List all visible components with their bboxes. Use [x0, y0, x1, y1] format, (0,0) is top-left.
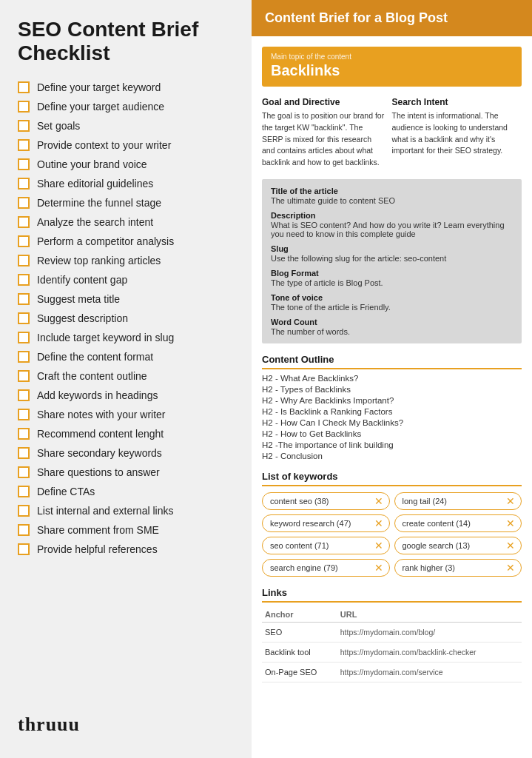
- meta-slug-label: Slug: [271, 244, 513, 253]
- checkbox[interactable]: [18, 312, 30, 324]
- checklist-item[interactable]: Share editorial guidelines: [18, 178, 234, 190]
- checklist-item[interactable]: Add keywords in headings: [18, 389, 234, 401]
- checklist-item[interactable]: Set goals: [18, 120, 234, 132]
- checklist-item[interactable]: Define your target audience: [18, 101, 234, 113]
- keyword-remove-button[interactable]: ✕: [374, 563, 383, 573]
- link-url[interactable]: https://mydomain.com/service: [337, 662, 522, 682]
- intent-col: Search Intent The intent is informationa…: [392, 97, 522, 169]
- keyword-remove-button[interactable]: ✕: [374, 496, 383, 506]
- outline-item: H2 - How to Get Backlinks: [262, 429, 522, 438]
- meta-title-row: Title of the article The ultimate guide …: [271, 187, 513, 205]
- link-url[interactable]: https://mydomain.com/backlink-checker: [337, 642, 522, 662]
- page-title: SEO Content Brief Checklist: [18, 18, 234, 65]
- link-url[interactable]: https://mydomain.com/blog/: [337, 622, 522, 642]
- checklist-item[interactable]: Craft the content outline: [18, 370, 234, 382]
- keyword-tag: search engine (79)✕: [262, 559, 390, 577]
- checklist-item[interactable]: List internal and external links: [18, 505, 234, 517]
- keyword-remove-button[interactable]: ✕: [506, 563, 515, 573]
- checkbox[interactable]: [18, 274, 30, 286]
- checklist-item[interactable]: Analyze the search intent: [18, 216, 234, 228]
- checklist-label: Set goals: [37, 120, 80, 132]
- outline-item: H2 - Conclusion: [262, 452, 522, 460]
- checklist-label: Add keywords in headings: [37, 389, 158, 401]
- checkbox[interactable]: [18, 409, 30, 420]
- checklist-item[interactable]: Define your target keyword: [18, 81, 234, 93]
- meta-format-row: Blog Format The type of article is Blog …: [271, 269, 513, 287]
- checkbox[interactable]: [18, 158, 30, 170]
- checkbox[interactable]: [18, 81, 30, 93]
- checklist-item[interactable]: Provide helpful references: [18, 543, 234, 555]
- checklist-label: Share notes with your writer: [37, 409, 166, 420]
- checkbox[interactable]: [18, 370, 30, 382]
- checklist-item[interactable]: Suggest description: [18, 312, 234, 324]
- checkbox[interactable]: [18, 139, 30, 151]
- keyword-label: keyword research (47): [270, 519, 351, 528]
- keyword-remove-button[interactable]: ✕: [506, 496, 515, 506]
- checklist-item[interactable]: Share comment from SME: [18, 524, 234, 536]
- checkbox[interactable]: [18, 524, 30, 536]
- checklist-item[interactable]: Review top ranking articles: [18, 255, 234, 266]
- keyword-label: search engine (79): [270, 563, 338, 572]
- checklist-item[interactable]: Provide context to your writer: [18, 139, 234, 151]
- keyword-remove-button[interactable]: ✕: [374, 540, 383, 551]
- meta-format-value: The type of article is Blog Post.: [271, 278, 513, 287]
- content-area: Main topic of the content Backlinks Goal…: [252, 36, 532, 697]
- outline-item: H2 - Types of Backlinks: [262, 385, 522, 394]
- checkbox[interactable]: [18, 332, 30, 343]
- keyword-label: long tail (24): [403, 497, 448, 506]
- checklist-item[interactable]: Outine your brand voice: [18, 158, 234, 170]
- link-anchor: Backlink tool: [262, 642, 337, 662]
- checklist-item[interactable]: Suggest meta title: [18, 293, 234, 305]
- checklist-item[interactable]: Define CTAs: [18, 486, 234, 497]
- checkbox[interactable]: [18, 101, 30, 113]
- checklist-label: Share questions to answer: [37, 466, 160, 478]
- link-anchor: On-Page SEO: [262, 662, 337, 682]
- col-anchor: Anchor: [262, 607, 337, 623]
- checkbox[interactable]: [18, 466, 30, 478]
- meta-slug-value: Use the following slug for the article: …: [271, 254, 513, 263]
- keyword-remove-button[interactable]: ✕: [506, 518, 515, 529]
- keywords-grid: content seo (38)✕long tail (24)✕keyword …: [262, 492, 522, 577]
- keyword-label: content seo (38): [270, 497, 329, 506]
- checklist-item[interactable]: Perform a competitor analysis: [18, 235, 234, 247]
- checkbox[interactable]: [18, 293, 30, 305]
- checklist-item[interactable]: Determine the funnel stage: [18, 197, 234, 209]
- topic-section: Main topic of the content Backlinks: [262, 47, 522, 87]
- meta-title-label: Title of the article: [271, 187, 513, 195]
- links-table: Anchor URL SEOhttps://mydomain.com/blog/…: [262, 607, 522, 682]
- checkbox[interactable]: [18, 543, 30, 555]
- checkbox[interactable]: [18, 505, 30, 517]
- keyword-remove-button[interactable]: ✕: [374, 518, 383, 529]
- checklist-label: Provide context to your writer: [37, 139, 171, 151]
- checkbox[interactable]: [18, 389, 30, 401]
- checklist-label: Review top ranking articles: [37, 255, 161, 266]
- links-section: Links Anchor URL SEOhttps://mydomain.com…: [262, 587, 522, 682]
- meta-desc-value: What is SEO content? And how do you writ…: [271, 221, 513, 238]
- checklist-label: Craft the content outline: [37, 370, 147, 382]
- checkbox[interactable]: [18, 447, 30, 459]
- checklist-item[interactable]: Include target keyword in slug: [18, 332, 234, 343]
- checkbox[interactable]: [18, 197, 30, 209]
- checklist-item[interactable]: Share secondary keywords: [18, 447, 234, 459]
- checkbox[interactable]: [18, 216, 30, 228]
- keyword-remove-button[interactable]: ✕: [506, 540, 515, 551]
- checkbox[interactable]: [18, 351, 30, 363]
- checklist-item[interactable]: Share questions to answer: [18, 466, 234, 478]
- checklist-label: Recommend content lenght: [37, 428, 164, 440]
- checklist-item[interactable]: Recommend content lenght: [18, 428, 234, 440]
- checkbox[interactable]: [18, 255, 30, 266]
- outline-item: H2 -The importance of link building: [262, 440, 522, 449]
- checklist-label: Define your target keyword: [37, 81, 161, 93]
- checkbox[interactable]: [18, 235, 30, 247]
- checkbox[interactable]: [18, 120, 30, 132]
- checklist-item[interactable]: Share notes with your writer: [18, 409, 234, 420]
- checklist-item[interactable]: Identify content gap: [18, 274, 234, 286]
- topic-value: Backlinks: [271, 62, 513, 79]
- links-title: Links: [262, 587, 522, 603]
- keyword-tag: long tail (24)✕: [394, 492, 522, 510]
- checkbox[interactable]: [18, 486, 30, 497]
- checkbox[interactable]: [18, 428, 30, 440]
- checklist-item[interactable]: Define the content format: [18, 351, 234, 363]
- checklist-label: Identify content gap: [37, 274, 127, 286]
- checkbox[interactable]: [18, 178, 30, 190]
